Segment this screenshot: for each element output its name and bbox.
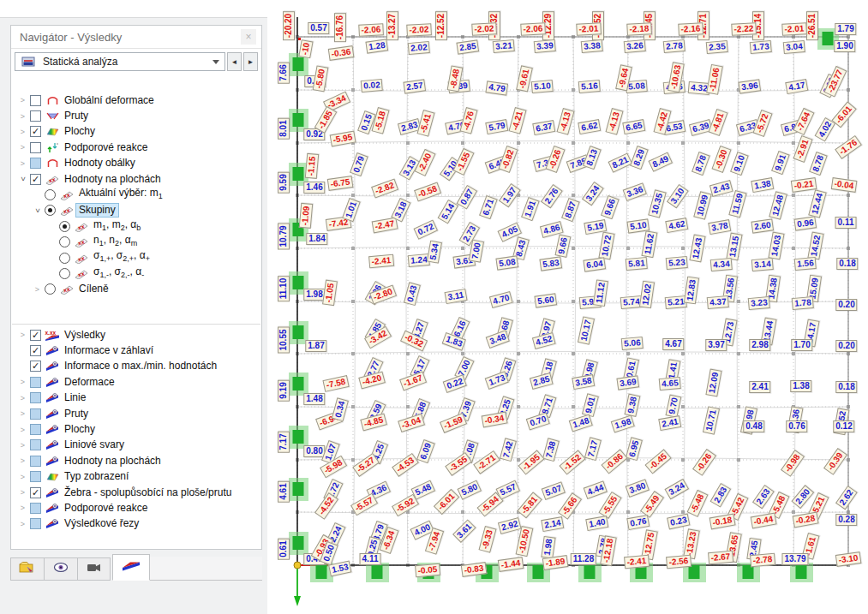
checkbox[interactable] xyxy=(30,408,41,420)
checkbox[interactable] xyxy=(30,392,41,403)
expand-icon[interactable]: > xyxy=(17,96,28,104)
tree-item[interactable]: >Pruty xyxy=(12,406,260,421)
checkbox[interactable]: ✓ xyxy=(30,330,41,341)
expand-icon[interactable]: > xyxy=(17,159,28,168)
close-icon[interactable]: × xyxy=(241,29,256,45)
radio-button[interactable] xyxy=(59,268,70,279)
panel-title: Navigátor - Výsledky xyxy=(20,31,122,44)
expand-icon[interactable]: > xyxy=(17,128,28,136)
checkbox[interactable] xyxy=(30,518,41,529)
expand-icon[interactable]: > xyxy=(17,394,28,402)
checkbox[interactable] xyxy=(30,110,41,122)
tree-item[interactable]: >✓Žebra - spolupůsobící na ploše/prutu xyxy=(12,485,260,500)
tree-item[interactable]: >xxσ1,+, σ2,+, α+ xyxy=(12,250,260,265)
value-label: 0.20 xyxy=(835,340,857,352)
tree-item[interactable]: >xxσ1,-, σ2,-, α- xyxy=(12,265,260,281)
value-label: 10.79 xyxy=(278,223,290,249)
value-label: 1.90 xyxy=(834,40,855,52)
value-label: 0.02 xyxy=(361,79,384,92)
tree-item[interactable]: >Linie xyxy=(12,390,260,406)
radio-button[interactable] xyxy=(59,221,70,232)
checkbox[interactable] xyxy=(30,424,41,435)
tree-item-label: n1, n2, αm xyxy=(91,234,140,250)
checkbox[interactable] xyxy=(30,503,41,514)
value-label: 8.01 xyxy=(278,117,290,139)
tree-item[interactable]: >Pruty xyxy=(12,108,260,123)
value-label: 11.28 xyxy=(571,553,596,565)
tree-item[interactable]: >✓Plochy xyxy=(12,124,260,140)
radio-button[interactable] xyxy=(59,236,70,247)
tree-item[interactable]: >Podporové reakce xyxy=(12,140,260,155)
expand-icon[interactable]: > xyxy=(17,409,28,418)
tree-item[interactable]: >Deformace xyxy=(12,374,260,390)
xx-flag-icon: xx xyxy=(74,267,89,279)
expand-icon[interactable]: > xyxy=(17,378,28,386)
expand-icon[interactable]: > xyxy=(17,520,28,528)
tree-item[interactable]: >Plochy xyxy=(12,421,260,437)
navigator-tab-folder-open[interactable] xyxy=(10,557,44,581)
checkbox[interactable] xyxy=(30,95,41,106)
tree-item[interactable]: >Podporové reakce xyxy=(12,500,260,516)
tree-item[interactable]: >xxSkupiny xyxy=(12,203,260,218)
tree-item[interactable]: >Hodnoty na plochách xyxy=(12,453,260,468)
expand-icon[interactable]: > xyxy=(17,504,28,512)
expand-icon[interactable]: > xyxy=(17,488,28,497)
checkbox[interactable] xyxy=(30,456,41,467)
tree-item[interactable]: >✓xxHodnoty na plochách xyxy=(12,171,260,187)
checkbox[interactable]: ✓ xyxy=(30,487,41,498)
expand-icon[interactable]: > xyxy=(17,426,28,434)
tree-item[interactable]: >✓Informace o max./min. hodnotách xyxy=(12,359,260,374)
tree-item[interactable]: >xxn1, n2, αm xyxy=(12,235,260,250)
checkbox[interactable] xyxy=(30,439,41,450)
tree-item[interactable]: >xxCíleně xyxy=(12,282,260,297)
analysis-type-select[interactable]: Statická analýza xyxy=(15,52,225,71)
radio-button[interactable] xyxy=(45,283,56,295)
next-loadcase-button[interactable]: ► xyxy=(243,52,258,71)
tree-item[interactable]: >Liniové svary xyxy=(12,438,260,453)
expand-icon[interactable]: > xyxy=(32,285,43,294)
navigator-tab-results-wedge[interactable] xyxy=(112,554,150,581)
tree-item[interactable]: >Typ zobrazení xyxy=(12,469,260,485)
support-marker-inner xyxy=(743,565,754,579)
expand-icon[interactable]: > xyxy=(17,112,28,121)
prev-loadcase-button[interactable]: ◄ xyxy=(227,52,242,71)
expand-icon[interactable]: > xyxy=(17,331,28,339)
tree-item-label: σ1,+, σ2,+, α+ xyxy=(91,249,153,265)
expand-icon[interactable]: > xyxy=(17,456,28,465)
support-arrows-icon xyxy=(45,141,60,153)
expand-icon[interactable]: > xyxy=(17,143,28,152)
checkbox[interactable] xyxy=(30,377,41,388)
tree-item[interactable]: >Výsledkové řezy xyxy=(12,516,260,532)
checkbox[interactable]: ✓ xyxy=(30,361,41,372)
expand-icon[interactable]: > xyxy=(17,473,28,481)
expand-icon[interactable]: > xyxy=(17,441,28,450)
fem-results-viewport[interactable]: -20.20-16.76-13.27-12.52-12.32-12.29-12.… xyxy=(267,0,868,614)
collapse-icon[interactable]: > xyxy=(33,205,42,216)
checkbox[interactable]: ✓ xyxy=(30,174,41,185)
member-diagram-icon xyxy=(45,110,60,122)
support-marker-inner xyxy=(316,565,327,579)
xx-flag-icon: xx xyxy=(59,189,75,201)
collapse-icon[interactable]: > xyxy=(19,174,27,185)
value-label: 5.06 xyxy=(621,337,644,350)
tree-item[interactable]: >xxAktuální výběr: m1 xyxy=(12,187,260,202)
value-label: 3.14 xyxy=(751,258,775,271)
tree-item[interactable]: >xxm1, m2, αb xyxy=(12,218,260,234)
tree-item[interactable]: >Hodnoty obálky xyxy=(12,156,260,171)
tree-item[interactable]: >✓Informace v záhlaví xyxy=(12,343,260,358)
checkbox[interactable] xyxy=(30,158,41,169)
navigator-tab-eye[interactable] xyxy=(44,557,77,581)
tree-item[interactable]: >Globální deformace xyxy=(12,92,260,108)
support-marker-inner xyxy=(293,377,304,390)
navigator-tab-camera[interactable] xyxy=(77,557,111,581)
checkbox[interactable]: ✓ xyxy=(30,345,41,356)
checkbox[interactable]: ✓ xyxy=(30,126,41,137)
radio-button[interactable] xyxy=(45,189,56,200)
value-label: 5.81 xyxy=(626,257,649,271)
radio-button[interactable] xyxy=(45,205,56,216)
tree-item[interactable]: >✓x.xxVýsledky xyxy=(12,327,260,343)
checkbox[interactable] xyxy=(30,142,41,153)
results-tree-top: >Globální deformace>Pruty>✓Plochy>Podpor… xyxy=(12,92,260,320)
radio-button[interactable] xyxy=(59,253,70,264)
checkbox[interactable] xyxy=(30,471,41,482)
